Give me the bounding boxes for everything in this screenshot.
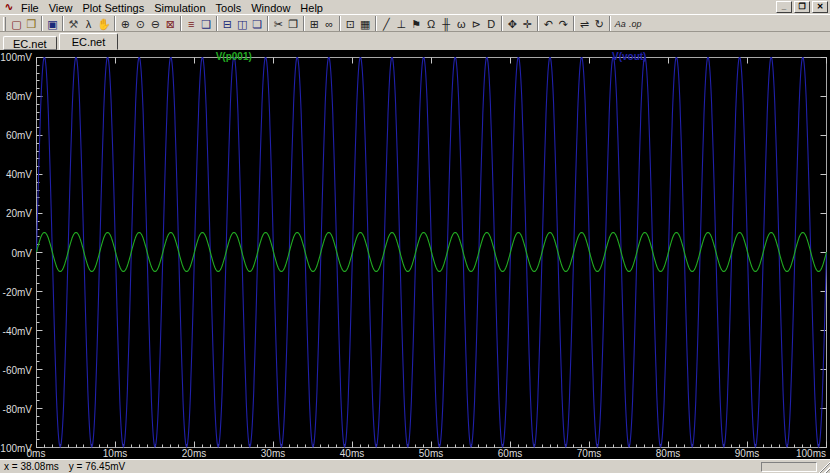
rotate-button[interactable]: ↻ (592, 16, 607, 32)
mirror-button[interactable]: ⇌ (577, 16, 592, 32)
undo-button[interactable]: ↶ (541, 16, 556, 32)
print-preview-button[interactable]: ⊡ (343, 16, 358, 32)
print-button[interactable]: ▦ (358, 16, 373, 32)
tab-ec.net-1[interactable]: EC.net (59, 33, 119, 50)
redo-button[interactable]: ↷ (556, 16, 571, 32)
resize-grip[interactable] (817, 460, 830, 473)
place-capacitor-button[interactable]: ╫ (439, 16, 454, 32)
netlist-window-button[interactable]: ❑ (199, 16, 214, 32)
run-simulation-button[interactable]: λ (81, 16, 96, 32)
save-icon: ▣ (47, 16, 57, 32)
cascade-windows-button[interactable]: ❏ (250, 16, 265, 32)
x-tick-label: 20ms (182, 448, 206, 459)
spice-netlist-button[interactable]: ≡ (184, 16, 199, 32)
plot-canvas[interactable] (36, 57, 827, 448)
halt-simulation-icon: ✋ (97, 16, 111, 32)
y-tick-label: 40mV (6, 169, 32, 180)
halt-simulation-button[interactable]: ✋ (96, 16, 112, 32)
toolbar-separator (303, 16, 305, 31)
app-window-icon[interactable]: ∿ (2, 1, 16, 13)
toolbar-separator (216, 16, 218, 31)
place-diode-icon: ⊳ (472, 16, 481, 32)
copy-button[interactable]: ❐ (286, 16, 301, 32)
place-inductor-button[interactable]: ω (454, 16, 469, 32)
paste-button[interactable]: ⊞ (307, 16, 322, 32)
place-ground-button[interactable]: ⊥ (394, 16, 409, 32)
toolbar: ▢❒▣⚒λ✋⊕⊙⊖⊠≡❑⊟◫❏✂❐⊞∞⊡▦╱⊥⚑Ω╫ω⊳D✥✛↶↷⇌↻Aa.op (0, 14, 830, 32)
trace-label-vp001[interactable]: V(p001) (36, 51, 432, 62)
menu-view[interactable]: View (44, 2, 78, 14)
toolbar-separator (267, 16, 269, 31)
y-tick-label: -20mV (3, 286, 32, 297)
cut-icon: ✂ (274, 16, 283, 32)
control-panel-button[interactable]: ⚒ (66, 16, 81, 32)
toolbar-separator (180, 16, 182, 31)
x-tick-label: 100ms (796, 448, 826, 459)
spice-netlist-icon: ≡ (188, 16, 194, 32)
menu-bar: ∿ FileViewPlot SettingsSimulationToolsWi… (0, 0, 830, 14)
drag-icon: ✛ (523, 16, 532, 32)
restore-button[interactable]: ❐ (794, 1, 810, 13)
cursor-x-readout: x = 38.08ms (4, 461, 59, 472)
draw-wire-icon: ╱ (383, 16, 390, 32)
toolbar-separator (537, 16, 539, 31)
menu-simulation[interactable]: Simulation (149, 2, 210, 14)
menu-plot-settings[interactable]: Plot Settings (77, 2, 149, 14)
draw-wire-button[interactable]: ╱ (379, 16, 394, 32)
toolbar-grip[interactable] (3, 17, 6, 31)
tile-horizontally-button[interactable]: ⊟ (220, 16, 235, 32)
y-tick-label: 60mV (6, 130, 32, 141)
new-schematic-icon: ▢ (11, 16, 21, 32)
place-diode-button[interactable]: ⊳ (469, 16, 484, 32)
place-component-button[interactable]: D (484, 16, 499, 32)
zoom-in-button[interactable]: ⊕ (118, 16, 133, 32)
cascade-windows-icon: ❏ (252, 16, 262, 32)
move-icon: ✥ (508, 16, 517, 32)
cut-button[interactable]: ✂ (271, 16, 286, 32)
paste-icon: ⊞ (310, 16, 319, 32)
spice-directive-button[interactable]: .op (628, 16, 643, 32)
close-button[interactable]: ✕ (812, 1, 828, 13)
find-button[interactable]: ∞ (322, 16, 337, 32)
place-ground-icon: ⊥ (396, 16, 406, 32)
tile-horizontally-icon: ⊟ (223, 16, 232, 32)
zoom-full-extents-button[interactable]: ⊠ (163, 16, 178, 32)
menu-file[interactable]: File (16, 2, 44, 14)
place-capacitor-icon: ╫ (442, 16, 450, 32)
toolbar-separator (573, 16, 575, 31)
trace-label-vvout[interactable]: V(vout) (432, 51, 828, 62)
move-button[interactable]: ✥ (505, 16, 520, 32)
place-net-label-button[interactable]: ⚑ (409, 16, 424, 32)
toolbar-separator (62, 16, 64, 31)
cursor-y-readout: y = 76.45mV (69, 461, 125, 472)
menu-window[interactable]: Window (246, 2, 295, 14)
waveform-plot-pane: V(p001)V(vout) 100mV80mV60mV40mV20mV0mV-… (0, 50, 830, 459)
x-tick-label: 40ms (340, 448, 364, 459)
zoom-back-button[interactable]: ⊙ (133, 16, 148, 32)
menu-help[interactable]: Help (295, 2, 328, 14)
x-tick-label: 80ms (656, 448, 680, 459)
tile-vertically-button[interactable]: ◫ (235, 16, 250, 32)
place-resistor-button[interactable]: Ω (424, 16, 439, 32)
status-bar: x = 38.08ms y = 76.45mV (0, 459, 830, 473)
save-button[interactable]: ▣ (45, 16, 60, 32)
zoom-out-icon: ⊖ (151, 16, 160, 32)
x-tick-label: 50ms (419, 448, 443, 459)
new-schematic-button[interactable]: ▢ (9, 16, 24, 32)
copy-icon: ❐ (288, 16, 298, 32)
y-axis-labels: 100mV80mV60mV40mV20mV0mV-20mV-40mV-60mV-… (0, 57, 33, 448)
zoom-out-button[interactable]: ⊖ (148, 16, 163, 32)
drag-button[interactable]: ✛ (520, 16, 535, 32)
menu-tools[interactable]: Tools (211, 2, 247, 14)
toolbar-separator (339, 16, 341, 31)
tab-ec.net-0[interactable]: EC.net (3, 36, 57, 50)
toolbar-separator (375, 16, 377, 31)
x-axis-labels: 0ms10ms20ms30ms40ms50ms60ms70ms80ms90ms1… (36, 448, 826, 459)
minimize-button[interactable]: _ (776, 1, 792, 13)
place-inductor-icon: ω (457, 16, 466, 32)
place-text-icon: Aa (615, 16, 626, 32)
open-file-button[interactable]: ❒ (24, 16, 39, 32)
y-tick-label: -80mV (3, 403, 32, 414)
place-text-button[interactable]: Aa (613, 16, 628, 32)
zoom-full-extents-icon: ⊠ (166, 16, 175, 32)
